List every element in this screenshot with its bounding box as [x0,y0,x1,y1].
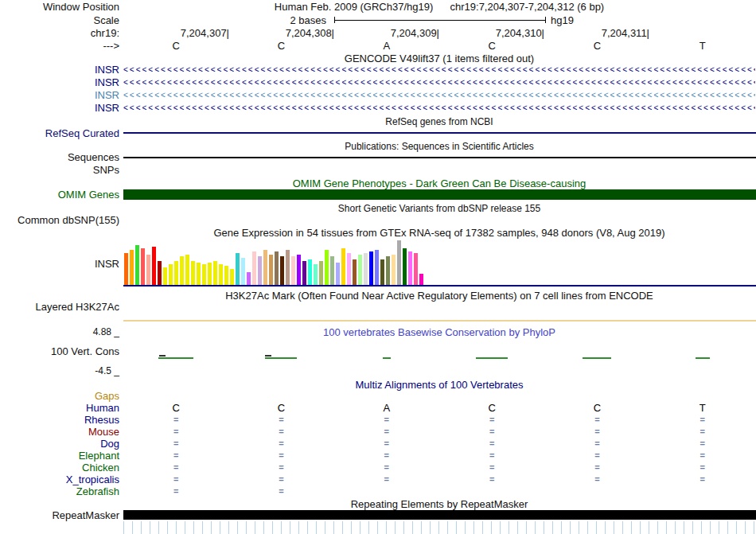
gtex-tissue-bar[interactable] [347,253,351,285]
gtex-tissue-bar[interactable] [414,253,418,285]
alignment-row-chicken[interactable]: ====== [123,462,755,474]
gtex-tissue-bar[interactable] [392,255,396,285]
gtex-tissue-bar[interactable] [286,250,290,285]
gtex-tissue-bar[interactable] [319,261,323,285]
gencode-track-title[interactable]: GENCODE V49lift37 (1 items filtered out) [123,53,755,64]
gtex-tissue-bar[interactable] [358,255,362,285]
gtex-tissue-bar[interactable] [236,253,240,285]
gtex-tissue-bar[interactable] [241,258,245,285]
repeatmasker-label[interactable]: RepeatMasker [0,509,119,521]
gtex-tissue-bar[interactable] [135,245,139,285]
gene-label-insr-1[interactable]: INSR [0,64,119,76]
h3k27ac-signal-line[interactable] [123,320,756,322]
gene-label-insr-4[interactable]: INSR [0,102,119,114]
omim-genes-label[interactable]: OMIM Genes [0,189,119,201]
gtex-tissue-bar[interactable] [369,251,373,285]
species-label-chicken[interactable]: Chicken [0,462,119,474]
gtex-tissue-bar[interactable] [191,261,195,285]
gtex-tissue-bar[interactable] [408,251,412,285]
transcript-intron-arrows[interactable]: <<<<<<<<<<<<<<<<<<<<<<<<<<<<<<<<<<<<<<<<… [123,89,755,102]
gtex-tissue-bar[interactable] [353,259,357,285]
gtex-tissue-bar[interactable] [169,264,173,285]
snps-label[interactable]: SNPs [0,164,119,176]
gtex-tissue-bar[interactable] [202,264,206,285]
gtex-tissue-bar[interactable] [224,266,228,285]
omim-track-title[interactable]: OMIM Gene Phenotypes - Dark Green Can Be… [123,177,755,189]
phylop-track-title[interactable]: 100 vertebrates Basewise Conservation by… [123,326,755,338]
multiz-track-title[interactable]: Multiz Alignments of 100 Vertebrates [123,379,755,391]
gtex-baseline[interactable] [123,285,756,286]
multiz-track[interactable]: GapsHumanCCACCTRhesus======Mouse======Do… [0,390,756,498]
gtex-tissue-bar[interactable] [230,269,234,285]
gtex-tissue-bar[interactable] [197,263,201,285]
publications-sequence-line[interactable] [123,157,756,158]
gtex-tissue-bar[interactable] [275,251,279,285]
gtex-tissue-bar[interactable] [380,259,384,285]
gtex-tissue-bar[interactable] [341,248,345,285]
gene-label-insr-3[interactable]: INSR [0,89,119,101]
gtex-tissue-bar[interactable] [263,250,267,285]
refseq-gene-line[interactable] [123,132,756,134]
gtex-tissue-bar[interactable] [258,256,262,285]
gtex-tissue-bar[interactable] [124,253,128,285]
gtex-tissue-bar[interactable] [252,251,256,285]
gtex-tissue-bar[interactable] [397,240,401,285]
refseq-curated-label[interactable]: RefSeq Curated [0,127,119,139]
gtex-tissue-bar[interactable] [364,253,368,285]
species-label-dog[interactable]: Dog [0,438,119,450]
alignment-row-dog[interactable]: ====== [123,438,755,450]
repeatmasker-bar[interactable] [123,510,756,520]
h3k27ac-track-title[interactable]: H3K27Ac Mark (Often Found Near Active Re… [123,290,755,302]
sequences-label[interactable]: Sequences [0,151,119,163]
alignment-row-x_tropicalis[interactable]: ====== [123,474,755,485]
gtex-tissue-bar[interactable] [336,263,340,285]
gtex-tissue-bar[interactable] [308,259,312,285]
gtex-tissue-bar[interactable] [419,274,423,285]
gtex-gene-label[interactable]: INSR [0,258,119,270]
gtex-tissue-bar[interactable] [141,248,145,285]
gtex-tissue-bar[interactable] [403,248,407,285]
species-label-mouse[interactable]: Mouse [0,426,119,438]
phylop-marks[interactable] [123,357,755,360]
gtex-tissue-bar[interactable] [325,250,329,285]
alignment-row-rhesus[interactable]: ====== [123,414,755,426]
gtex-tissue-bar[interactable] [375,250,379,285]
gtex-tissue-bar[interactable] [130,250,134,285]
gene-label-insr-2[interactable]: INSR [0,76,119,88]
omim-gene-bar[interactable] [123,189,756,200]
gtex-tissue-bar[interactable] [269,255,273,285]
species-label-human[interactable]: Human [0,402,119,414]
gtex-tissue-bar[interactable] [185,255,189,285]
gtex-tissue-bar[interactable] [280,256,284,285]
gtex-tissue-bar[interactable] [291,256,295,285]
alignment-row-human[interactable]: CCACCT [123,402,755,414]
gtex-tissue-bar[interactable] [219,264,223,285]
publications-track-title[interactable]: Publications: Sequences in Scientific Ar… [123,141,755,153]
gtex-tissue-bar[interactable] [158,261,162,285]
gtex-track-title[interactable]: Gene Expression in 54 tissues from GTEx … [123,227,755,239]
alignment-row-gaps[interactable] [123,390,755,402]
h3k27ac-label[interactable]: Layered H3K27Ac [0,301,119,313]
gtex-tissue-bar[interactable] [208,263,212,285]
gtex-tissue-bar[interactable] [146,255,150,285]
species-label-rhesus[interactable]: Rhesus [0,414,119,426]
species-label-x_tropicalis[interactable]: X_tropicalis [0,474,119,485]
gtex-tissue-bar[interactable] [163,267,167,285]
transcript-intron-arrows[interactable]: <<<<<<<<<<<<<<<<<<<<<<<<<<<<<<<<<<<<<<<<… [123,76,755,89]
species-label-zebrafish[interactable]: Zebrafish [0,485,119,497]
common-dbsnp-label[interactable]: Common dbSNP(155) [0,214,119,226]
gtex-tissue-bar[interactable] [386,256,390,285]
species-label-elephant[interactable]: Elephant [0,450,119,462]
refseq-track-title[interactable]: RefSeq genes from NCBI [123,116,755,128]
transcript-intron-arrows[interactable]: <<<<<<<<<<<<<<<<<<<<<<<<<<<<<<<<<<<<<<<<… [123,102,755,115]
phylop-track-label[interactable]: 100 Vert. Cons [0,345,119,357]
alignment-row-zebrafish[interactable]: == [123,485,755,497]
gtex-tissue-bar[interactable] [174,261,178,285]
gtex-tissue-bar[interactable] [180,256,184,285]
gtex-bars[interactable] [124,240,423,285]
gtex-tissue-bar[interactable] [297,255,301,285]
species-label-gaps[interactable]: Gaps [0,390,119,402]
gtex-tissue-bar[interactable] [314,264,318,285]
gtex-tissue-bar[interactable] [213,261,217,285]
gtex-tissue-bar[interactable] [247,272,251,285]
